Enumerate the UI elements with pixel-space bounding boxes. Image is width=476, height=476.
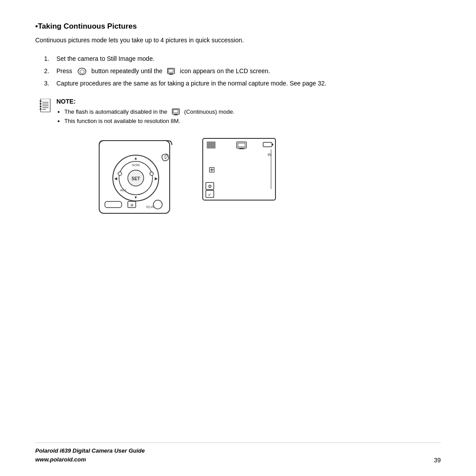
note-bullets: The flash is automatically disabled in t…	[64, 108, 234, 126]
footer: Polaroid i639 Digital Camera User Guide …	[35, 443, 441, 464]
step-3-text: Capture procedures are the same as for t…	[56, 78, 441, 89]
svg-rect-40	[272, 144, 273, 145]
svg-rect-44	[238, 149, 245, 149]
footer-brand-line2: www.polaroid.com	[35, 455, 145, 464]
svg-text:▼: ▼	[134, 195, 138, 200]
camera-back-illustration: SET ▲ ▼ ◀ ▶ SON ADJ. ⊞	[97, 136, 174, 218]
svg-text:D▷R: D▷R	[146, 205, 154, 209]
svg-rect-45	[207, 141, 216, 149]
step-3-num: 3.	[44, 78, 56, 89]
page: •Taking Continuous Pictures Continuous p…	[0, 0, 476, 476]
note-section: NOTE: The flash is automatically disable…	[40, 98, 441, 126]
svg-text:SON: SON	[132, 163, 140, 167]
svg-point-32	[150, 172, 153, 175]
svg-text:✿: ✿	[208, 184, 212, 189]
svg-point-31	[118, 172, 122, 175]
continuous-mode-icon-step2	[167, 68, 175, 75]
step-2-text: Press ◦ button repeatedly until the icon…	[56, 66, 441, 77]
step-2: 2. Press ◦ button repeatedly until the	[44, 66, 441, 77]
svg-text:SET: SET	[131, 176, 140, 181]
svg-text:▶: ▶	[155, 176, 158, 181]
svg-rect-14	[40, 106, 41, 107]
svg-rect-15	[40, 108, 41, 110]
svg-text:◦: ◦	[81, 71, 82, 73]
svg-point-36	[153, 200, 162, 209]
intro-text: Continuous pictures mode lets you take u…	[35, 35, 441, 45]
svg-rect-3	[168, 69, 173, 72]
note-bullet-1: The flash is automatically disabled in t…	[64, 108, 234, 117]
step-3: 3. Capture procedures are the same as fo…	[44, 78, 441, 89]
footer-brand: Polaroid i639 Digital Camera User Guide …	[35, 446, 145, 464]
svg-rect-19	[174, 115, 178, 115]
svg-rect-5	[169, 74, 173, 75]
svg-rect-17	[173, 110, 178, 113]
svg-rect-13	[40, 103, 41, 104]
svg-text:⊞: ⊞	[208, 165, 215, 174]
svg-rect-6	[41, 99, 50, 112]
svg-text:◀: ◀	[114, 176, 117, 181]
note-icon	[40, 99, 51, 113]
title-text: Taking Continuous Pictures	[38, 22, 137, 30]
svg-text:▲: ▲	[134, 156, 138, 160]
svg-text:⊞: ⊞	[130, 203, 134, 207]
footer-page-number: 39	[434, 457, 441, 464]
illustrations: SET ▲ ▼ ◀ ▶ SON ADJ. ⊞	[35, 136, 441, 218]
svg-text:↙: ↙	[208, 192, 212, 197]
note-title: NOTE:	[56, 98, 234, 105]
section-title: •Taking Continuous Pictures	[35, 22, 441, 31]
footer-brand-line1: Polaroid i639 Digital Camera User Guide	[35, 446, 145, 455]
note-bullet-2: This function is not available to resolu…	[64, 117, 234, 126]
svg-text:ADJ.: ADJ.	[120, 189, 126, 192]
steps-list: 1. Set the camera to Still Image mode. 2…	[44, 54, 441, 89]
step-1: 1. Set the camera to Still Image mode.	[44, 54, 441, 64]
svg-rect-33	[105, 201, 122, 208]
note-content: NOTE: The flash is automatically disable…	[56, 98, 234, 126]
continuous-mode-icon-note	[172, 108, 180, 115]
step-1-num: 1.	[44, 54, 56, 64]
camera-button-icon: ◦	[77, 67, 87, 75]
step-2-num: 2.	[44, 66, 56, 77]
svg-rect-12	[40, 100, 41, 102]
step-1-text: Set the camera to Still Image mode.	[56, 54, 441, 64]
lcd-screen-illustration: IN ⊞ ✿ ↙	[201, 136, 278, 218]
